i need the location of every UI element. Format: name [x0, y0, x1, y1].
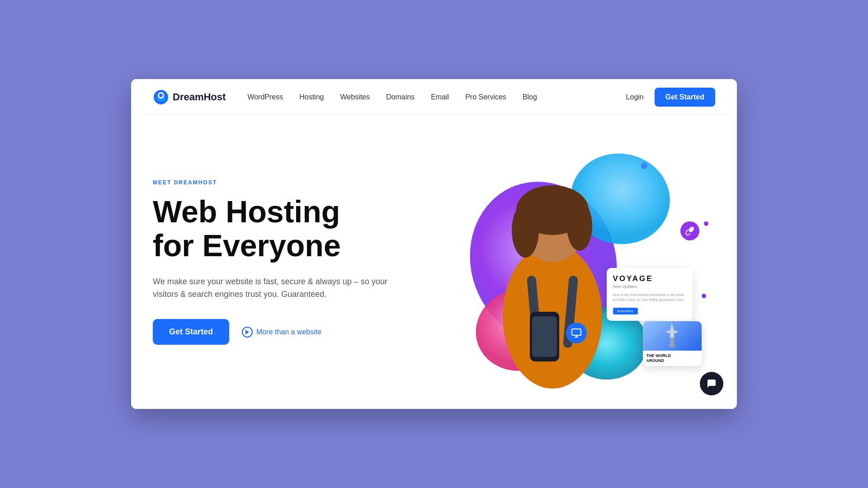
hero-visual: VOYAGE New Updates One of the most famou… — [413, 115, 737, 409]
link-icon — [680, 221, 699, 240]
hero-eyebrow: MEET DREAMHOST — [153, 179, 424, 186]
logo[interactable]: DreamHost — [153, 89, 226, 105]
decorative-dot-1 — [641, 163, 647, 169]
eiffel-tower-icon — [664, 322, 680, 349]
hero-actions: Get Started More than a website — [153, 319, 424, 345]
browser-window: DreamHost WordPress Hosting Websites Dom… — [131, 79, 737, 409]
svg-rect-18 — [572, 329, 581, 335]
login-link[interactable]: Login — [626, 93, 644, 101]
hero-title-line1: Web Hosting — [153, 194, 340, 229]
hero-content: MEET DREAMHOST Web Hosting for Everyone … — [153, 179, 424, 345]
nav-links: WordPress Hosting Websites Domains Email… — [247, 93, 626, 101]
svg-marker-4 — [245, 330, 249, 334]
nav-item-websites[interactable]: Websites — [340, 93, 370, 101]
voyage-body: One of the most famous landmarks in the … — [613, 292, 686, 303]
voyage-cta-button[interactable]: Know More — [613, 308, 638, 314]
decorative-dot-2 — [704, 221, 708, 226]
world-card: THE WORLD AROUND — [643, 321, 702, 366]
link-svg — [685, 226, 695, 236]
svg-point-12 — [512, 203, 539, 258]
svg-point-13 — [567, 201, 592, 251]
nav-item-pro-services[interactable]: Pro Services — [465, 93, 506, 101]
nav-right: Login Get Started — [626, 88, 715, 107]
play-triangle — [245, 329, 250, 335]
nav-get-started-button[interactable]: Get Started — [655, 88, 715, 107]
nav-item-wordpress[interactable]: WordPress — [247, 93, 283, 101]
hero-section: MEET DREAMHOST Web Hosting for Everyone … — [131, 115, 737, 409]
svg-rect-21 — [669, 344, 675, 346]
world-card-image — [643, 321, 702, 351]
svg-marker-19 — [666, 323, 678, 338]
hero-title-line2: for Everyone — [153, 228, 341, 263]
chat-button[interactable] — [700, 372, 723, 395]
voyage-card: VOYAGE New Updates One of the most famou… — [607, 268, 693, 321]
monitor-svg — [571, 328, 582, 338]
svg-rect-20 — [670, 338, 674, 347]
hero-more-link[interactable]: More than a website — [242, 327, 321, 338]
more-link-label: More than a website — [256, 328, 321, 336]
nav-item-blog[interactable]: Blog — [523, 93, 537, 101]
hero-title: Web Hosting for Everyone — [153, 195, 424, 263]
logo-text: DreamHost — [173, 91, 226, 103]
svg-rect-17 — [532, 316, 557, 357]
hero-get-started-button[interactable]: Get Started — [153, 319, 229, 345]
nav-item-hosting[interactable]: Hosting — [299, 93, 324, 101]
visual-wrapper: VOYAGE New Updates One of the most famou… — [453, 136, 706, 389]
world-line1: THE WORLD — [646, 353, 671, 358]
hero-description: We make sure your website is fast, secur… — [153, 275, 388, 301]
monitor-icon — [566, 323, 587, 343]
voyage-title: VOYAGE — [613, 274, 686, 283]
voyage-subtitle: New Updates — [613, 284, 686, 289]
play-icon — [242, 327, 253, 338]
chat-icon — [706, 378, 717, 389]
world-card-text: THE WORLD AROUND — [643, 351, 702, 366]
navbar: DreamHost WordPress Hosting Websites Dom… — [131, 79, 737, 115]
dreamhost-logo-icon — [153, 89, 169, 105]
nav-item-domains[interactable]: Domains — [386, 93, 415, 101]
world-line2: AROUND — [646, 358, 665, 363]
nav-item-email[interactable]: Email — [431, 93, 449, 101]
svg-point-3 — [159, 94, 163, 97]
decorative-dot-3 — [702, 294, 706, 298]
